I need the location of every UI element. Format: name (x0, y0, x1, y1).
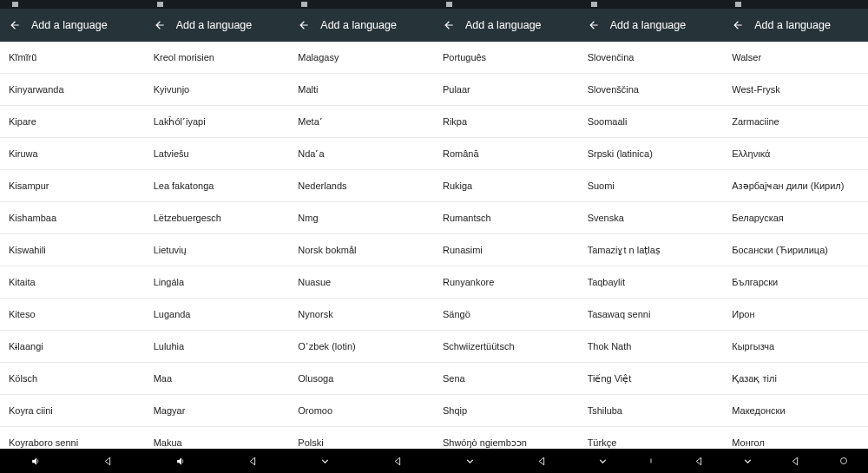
language-item[interactable]: Lëtzebuergesch (145, 202, 290, 234)
language-item[interactable]: Tasawaq senni (579, 299, 724, 331)
language-item[interactable]: Soomaali (579, 106, 724, 138)
language-item[interactable]: Rikpa (434, 106, 579, 138)
back-arrow-icon[interactable] (443, 19, 455, 31)
language-item[interactable]: Latviešu (145, 138, 290, 170)
language-list[interactable]: KĩmĩrũKinyarwandaKipareKiruwaKisampurKis… (0, 42, 145, 449)
language-item[interactable]: Norsk bokmål (289, 234, 434, 266)
back-arrow-icon[interactable] (588, 19, 600, 31)
language-item[interactable]: Lea fakatonga (145, 170, 290, 202)
language-item[interactable]: Walser (723, 42, 868, 74)
nav-home-icon[interactable] (838, 455, 850, 467)
nav-back-icon[interactable] (391, 455, 404, 467)
language-item[interactable]: Olusoga (289, 363, 434, 395)
back-arrow-icon[interactable] (732, 19, 744, 31)
language-item[interactable]: Lietuvių (145, 234, 290, 266)
nav-back-icon[interactable] (536, 455, 549, 467)
chevron-down-icon[interactable] (464, 455, 477, 467)
language-item[interactable]: Runasimi (434, 234, 579, 266)
language-item[interactable]: Kiswahili (0, 234, 145, 266)
language-item[interactable]: Oʻzbek (lotin) (289, 331, 434, 363)
language-item[interactable]: Nuasue (289, 266, 434, 299)
language-item[interactable]: Metaʼ (289, 106, 434, 138)
language-item[interactable]: Shqip (434, 395, 579, 427)
language-item[interactable]: Kinyarwanda (0, 74, 145, 106)
language-item[interactable]: Ελληνικά (723, 138, 868, 170)
language-item[interactable]: Magyar (145, 395, 290, 427)
language-item[interactable]: Kipare (0, 106, 145, 138)
language-item[interactable]: Slovenčina (579, 42, 724, 74)
language-item[interactable]: Македонски (723, 395, 868, 427)
language-item[interactable]: Sängö (434, 299, 579, 331)
language-item[interactable]: Kölsch (0, 363, 145, 395)
language-item[interactable]: Ndaʼa (289, 138, 434, 170)
language-item[interactable]: Thok Nath (579, 331, 724, 363)
language-item[interactable]: Polski (289, 427, 434, 449)
language-item[interactable]: Босански (Ћирилица) (723, 234, 868, 266)
language-item[interactable]: Türkçe (579, 427, 724, 449)
language-item[interactable]: Kisampur (0, 170, 145, 202)
language-item[interactable]: Malagasy (289, 42, 434, 74)
language-item[interactable]: Lingála (145, 266, 290, 299)
language-item[interactable]: Kɨlaangi (0, 331, 145, 363)
language-item[interactable]: Koyraboro senni (0, 427, 145, 449)
language-list[interactable]: Kreol morisienKyivunjoLakȟólʼiyapiLatvie… (145, 42, 290, 449)
language-item[interactable]: Koyra ciini (0, 395, 145, 427)
language-item[interactable]: Suomi (579, 170, 724, 202)
nav-back-icon[interactable] (790, 455, 802, 467)
language-item[interactable]: Lakȟólʼiyapi (145, 106, 290, 138)
language-item[interactable]: Rumantsch (434, 202, 579, 234)
language-list[interactable]: PortuguêsPulaarRikpaRomânăRukigaRumantsc… (434, 42, 579, 449)
volume-icon[interactable] (30, 455, 43, 467)
language-item[interactable]: Kiruwa (0, 138, 145, 170)
language-item[interactable]: Runyankore (434, 266, 579, 299)
language-item[interactable]: Rukiga (434, 170, 579, 202)
language-item[interactable]: Oromoo (289, 395, 434, 427)
nav-back-icon[interactable] (102, 455, 115, 467)
language-item[interactable]: Srpski (latinica) (579, 138, 724, 170)
language-list[interactable]: WalserWest-FryskZarmaciineΕλληνικάАзәрба… (723, 42, 868, 449)
chevron-down-icon[interactable] (596, 455, 608, 467)
volume-icon[interactable] (174, 455, 187, 467)
language-item[interactable]: Română (434, 138, 579, 170)
language-item[interactable]: Sena (434, 363, 579, 395)
language-item[interactable]: Tiếng Việt (579, 363, 724, 395)
language-item[interactable]: Malti (289, 74, 434, 106)
language-item[interactable]: Makua (145, 427, 290, 449)
language-item[interactable]: Português (434, 42, 579, 74)
language-item[interactable]: Pulaar (434, 74, 579, 106)
language-item[interactable]: Беларуская (723, 202, 868, 234)
back-arrow-icon[interactable] (298, 19, 310, 31)
chevron-down-icon[interactable] (741, 455, 753, 467)
language-list[interactable]: SlovenčinaSlovenščinaSoomaaliSrpski (lat… (579, 42, 724, 449)
language-item[interactable]: Svenska (579, 202, 724, 234)
language-item[interactable]: Zarmaciine (723, 106, 868, 138)
language-item[interactable]: Монгол (723, 427, 868, 449)
language-item[interactable]: Кыргызча (723, 331, 868, 363)
language-item[interactable]: Kreol morisien (145, 42, 290, 74)
language-item[interactable]: Азәрбајҹан дили (Кирил) (723, 170, 868, 202)
language-item[interactable]: Nederlands (289, 170, 434, 202)
language-item[interactable]: Tamaziɣt n laṭlaṣ (579, 234, 724, 266)
language-item[interactable]: Қазақ тілі (723, 363, 868, 395)
language-item[interactable]: Kitaita (0, 266, 145, 299)
nav-back-icon[interactable] (693, 455, 705, 467)
language-item[interactable]: Български (723, 266, 868, 299)
language-item[interactable]: Nynorsk (289, 299, 434, 331)
language-list[interactable]: MalagasyMaltiMetaʼNdaʼaNederlandsNmgNors… (289, 42, 434, 449)
language-item[interactable]: Ирон (723, 299, 868, 331)
language-item[interactable]: Nmg (289, 202, 434, 234)
language-item[interactable]: Kiteso (0, 299, 145, 331)
language-item[interactable]: Luganda (145, 299, 290, 331)
language-item[interactable]: Kĩmĩrũ (0, 42, 145, 74)
language-item[interactable]: Schwiizertüütsch (434, 331, 579, 363)
language-item[interactable]: Kishambaa (0, 202, 145, 234)
language-item[interactable]: Slovenščina (579, 74, 724, 106)
language-item[interactable]: Shwóŋò ngiembɔɔn (434, 427, 579, 449)
back-arrow-icon[interactable] (9, 19, 21, 31)
language-item[interactable]: Taqbaylit (579, 266, 724, 299)
back-arrow-icon[interactable] (154, 19, 166, 31)
language-item[interactable]: Tshiluba (579, 395, 724, 427)
nav-back-icon[interactable] (247, 455, 260, 467)
language-item[interactable]: Kyivunjo (145, 74, 290, 106)
chevron-down-icon[interactable] (319, 455, 332, 467)
